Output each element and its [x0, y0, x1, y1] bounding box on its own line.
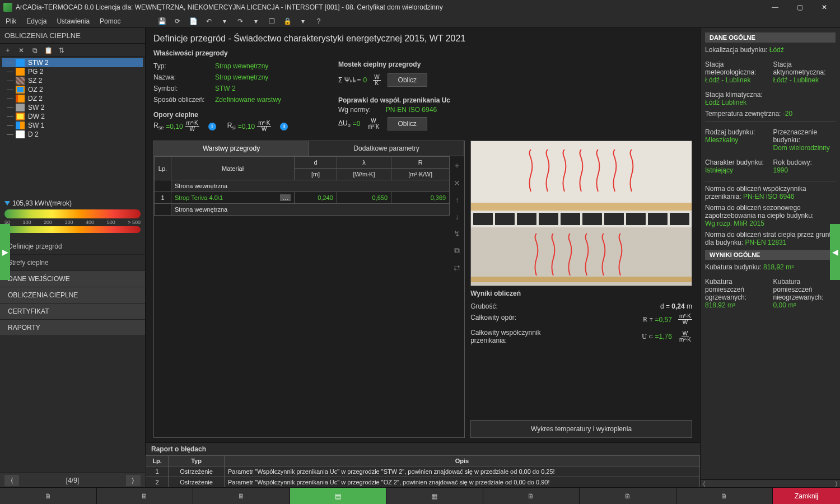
add-row-icon[interactable]: ＋ [453, 161, 461, 171]
left-nav-strefy-cieplne[interactable]: Strefy cieplne [0, 255, 145, 271]
link-icon[interactable]: ↯ [454, 229, 460, 238]
name-value: Strop wewnętrzny [215, 73, 268, 81]
col-d: d [295, 157, 337, 169]
tree-item-sw-2[interactable]: —SW 2 [2, 103, 143, 112]
results-header: Wyniki obliczeń [470, 290, 692, 297]
tree-item-dz-2[interactable]: —DZ 2 [2, 94, 143, 103]
bottom-tab-2[interactable]: 🗎 [97, 488, 194, 504]
menu-edit[interactable]: Edycja [26, 17, 46, 25]
energy-meter: 105,93 kWh/(m²rok) 50100200300400500> 50… [0, 196, 145, 233]
menu-file[interactable]: Plik [6, 17, 16, 25]
left-sidebar: OBLICZENIA CIEPLNE + ✕ ⧉ 📋 ⇅ —STW 2—PG 2… [0, 28, 146, 487]
report-row[interactable]: 1OstrzeżenieParametr "Współczynnik przen… [146, 466, 700, 477]
thickness-value: d = 0,24 m [660, 302, 692, 310]
add-icon[interactable]: + [3, 46, 12, 54]
menu-bar: Plik Edycja Ustawienia Pomoc [0, 15, 840, 28]
left-nav-certyfikat[interactable]: CERTYFIKAT [0, 304, 145, 320]
undo-dropdown-icon[interactable]: ▾ [220, 16, 230, 26]
opory-header: Opory cieplne [153, 111, 321, 119]
help-icon[interactable]: ? [314, 16, 324, 26]
general-results-header: WYNIKI OGÓLNE [705, 250, 836, 260]
maximize-button[interactable]: ▢ [787, 0, 812, 15]
tree-item-d-2[interactable]: —D 2 [2, 130, 143, 139]
tree-item-dw-2[interactable]: —DW 2 [2, 112, 143, 121]
copy-row-icon[interactable]: ⧉ [454, 246, 460, 255]
close-button[interactable]: ✕ [812, 0, 837, 15]
tree-item-sz-2[interactable]: —SZ 2 [2, 76, 143, 85]
table-row[interactable]: 1Strop Teriva 4.0\1 …0,2400,6500,369 [155, 192, 450, 204]
results-panel: Wyniki obliczeń Grubość:d = 0,24 m Całko… [470, 290, 692, 346]
energy-scale: 50100200300400500> 500 [4, 220, 141, 225]
calc-bridge-button[interactable]: Oblicz [388, 73, 427, 87]
bottom-tab-8[interactable]: 🗎 [676, 488, 773, 504]
col-lp: Lp. [155, 157, 171, 180]
bottom-tab-4[interactable]: ▤ [290, 488, 387, 504]
left-nav-raporty[interactable]: RAPORTY [0, 320, 145, 336]
resistance-label: Całkowity opór: [470, 314, 516, 325]
calc-uc-button[interactable]: Oblicz [388, 117, 427, 130]
left-nav-dane-wej-ciowe[interactable]: DANE WEJŚCIOWE [0, 271, 145, 287]
redo-dropdown-icon[interactable]: ▾ [251, 16, 261, 26]
layers-icon[interactable]: ❐ [267, 16, 277, 26]
method-label: Sposób obliczeń: [153, 96, 209, 104]
left-nav-obliczenia-cieplne[interactable]: OBLICZENIA CIEPLNE [0, 287, 145, 304]
undo-icon[interactable]: ↶ [204, 16, 214, 26]
paste-icon[interactable]: 📋 [44, 46, 53, 54]
preview-column: Wyniki obliczeń Grubość:d = 0,24 m Całko… [470, 141, 692, 438]
page-title: Definicje przegród - Świadectwo charakte… [146, 28, 700, 47]
copy-icon[interactable]: ⧉ [30, 46, 39, 54]
left-edge-tab[interactable]: ▶ [0, 224, 10, 280]
report-title: Raport o błędach [146, 443, 700, 455]
tree-item-oz-2[interactable]: —OZ 2 [2, 85, 143, 94]
menu-help[interactable]: Pomoc [100, 17, 120, 25]
move-up-icon[interactable]: ↑ [455, 195, 459, 204]
bottom-tab-7[interactable]: 🗎 [580, 488, 676, 504]
lock-dropdown-icon[interactable]: ▾ [298, 16, 308, 26]
delete-row-icon[interactable]: ✕ [454, 179, 460, 188]
norm-label: Wg normy: [338, 106, 371, 114]
sort-icon[interactable]: ⇅ [57, 46, 66, 54]
table-side-row: Strona wewnętrzna [155, 204, 450, 216]
bottom-tab-1[interactable]: 🗎 [0, 488, 97, 504]
material-picker-button[interactable]: … [280, 194, 291, 201]
info-icon[interactable]: i [280, 123, 288, 130]
close-app-button[interactable]: Zamknij [773, 488, 840, 504]
prev-page-button[interactable]: ⟨ [4, 475, 19, 486]
right-edge-tab[interactable]: ◀ [830, 224, 840, 280]
title-bar: ArCADia-TERMOCAD 8.0 Licencja dla: WEWNĘ… [0, 0, 840, 15]
save-icon[interactable]: 💾 [157, 16, 167, 26]
rsi-value: =0,10 [238, 123, 255, 130]
right-pane-scrollbar[interactable]: ⟨⟩ [701, 479, 840, 487]
tree-item-sw-1[interactable]: —SW 1 [2, 121, 143, 130]
chart-button[interactable]: Wykres temperatury i wykroplenia [470, 420, 692, 438]
left-nav-definicje-przegr-d[interactable]: Definicje przegród [0, 239, 145, 255]
col-lambda: λ [337, 157, 391, 169]
bottom-tab-3[interactable]: 🗎 [193, 488, 290, 504]
heat-waves-bottom-icon [471, 231, 692, 281]
page-indicator: [4/9] [66, 477, 79, 484]
tree-item-stw-2[interactable]: —STW 2 [2, 58, 143, 67]
tree-toolbar: + ✕ ⧉ 📋 ⇅ [0, 44, 145, 57]
report-row[interactable]: 2OstrzeżenieParametr "Współczynnik przen… [146, 477, 700, 488]
bottom-tab-6[interactable]: 🗎 [483, 488, 580, 504]
document-icon[interactable]: 📄 [188, 16, 198, 26]
redo-icon[interactable]: ↷ [235, 16, 245, 26]
tab-extra-params[interactable]: Dodatkowe parametry [309, 141, 464, 156]
options-icon[interactable]: ⇄ [454, 263, 460, 272]
tree-item-pg-2[interactable]: —PG 2 [2, 67, 143, 76]
remove-icon[interactable]: ✕ [17, 46, 26, 54]
minimize-button[interactable]: — [763, 0, 787, 15]
partition-tree: —STW 2—PG 2—SZ 2—OZ 2—DZ 2—SW 2—DW 2—SW … [0, 57, 145, 196]
move-down-icon[interactable]: ↓ [455, 212, 459, 221]
col-r: R [391, 157, 450, 169]
right-info-pane: DANE OGÓLNE Lokalizacja budynku: Łódź St… [700, 28, 840, 487]
bottom-tab-5[interactable]: ▦ [386, 488, 483, 504]
info-icon[interactable]: i [208, 123, 216, 130]
menu-settings[interactable]: Ustawienia [57, 17, 90, 25]
refresh-icon[interactable]: ⟳ [172, 16, 183, 26]
symbol-value: STW 2 [215, 85, 236, 92]
lock-icon[interactable]: 🔒 [282, 16, 292, 26]
next-page-button[interactable]: ⟩ [126, 475, 141, 486]
tab-layers[interactable]: Warstwy przegrody [154, 141, 309, 156]
energy-value: 105,93 kWh/(m²rok) [12, 199, 72, 207]
